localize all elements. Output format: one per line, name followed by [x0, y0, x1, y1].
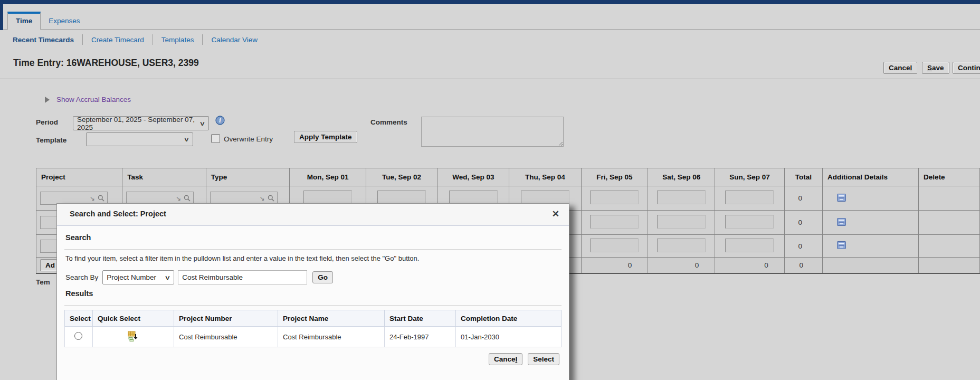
col-total: Total: [784, 168, 822, 186]
save-button[interactable]: Save: [922, 62, 949, 74]
col-project-number: Project Number: [174, 310, 278, 327]
hours-input[interactable]: [590, 215, 639, 229]
col-tue: Tue, Sep 02: [366, 168, 437, 186]
col-task: Task: [122, 168, 206, 186]
day-total: 0: [581, 258, 648, 273]
search-icon[interactable]: [184, 195, 191, 202]
time-entry-page: Time Expenses Recent Timecards Create Ti…: [0, 0, 980, 380]
day-total: 0: [648, 258, 715, 273]
col-additional-details: Additional Details: [822, 168, 918, 186]
hours-input[interactable]: [657, 215, 706, 229]
search-section-heading: Search: [65, 233, 91, 242]
search-instructions: To find your item, select a filter item …: [65, 254, 419, 262]
search-icon[interactable]: [268, 195, 274, 202]
go-button[interactable]: Go: [312, 271, 333, 283]
secondary-nav: Recent Timecards Create Timecard Templat…: [13, 34, 258, 45]
dialog-select-button[interactable]: Select: [528, 353, 559, 365]
top-navy-bar: [0, 0, 980, 4]
hours-input[interactable]: [521, 191, 569, 204]
hours-input[interactable]: [725, 215, 774, 229]
select-radio[interactable]: [74, 332, 82, 340]
template-text-fragment: Tem: [36, 278, 50, 286]
period-label: Period: [36, 118, 58, 126]
show-accrual-balances-link[interactable]: Show Accrual Balances: [56, 96, 131, 103]
nav-recent-timecards[interactable]: Recent Timecards: [13, 36, 74, 44]
hours-input[interactable]: [377, 191, 426, 204]
results-header-row: Select Quick Select Project Number Proje…: [65, 310, 562, 327]
hours-input[interactable]: [725, 191, 774, 204]
hours-input[interactable]: [725, 239, 774, 252]
expand-arrow-icon[interactable]: [45, 97, 50, 103]
result-project-name: Cost Reimbursable: [278, 327, 385, 347]
period-select[interactable]: September 01, 2025 - September 07, 2025 …: [73, 116, 209, 130]
footer-cell: [822, 258, 918, 273]
results-table: Select Quick Select Project Number Proje…: [64, 310, 562, 347]
tab-time[interactable]: Time: [7, 12, 41, 30]
lov-arrow-icon: ↘: [260, 195, 265, 202]
section-divider: [64, 305, 562, 306]
close-icon[interactable]: ✕: [552, 208, 559, 220]
overwrite-entry-label: Overwrite Entry: [224, 135, 273, 143]
continue-button[interactable]: Continue: [953, 62, 980, 74]
delete-cell: [919, 211, 980, 235]
delete-cell: [919, 186, 980, 211]
result-project-number: Cost Reimbursable: [174, 327, 278, 347]
period-select-value: September 01, 2025 - September 07, 2025: [77, 116, 197, 131]
lov-arrow-icon: ↘: [176, 195, 181, 202]
row-total: 0: [784, 235, 822, 258]
apply-template-button[interactable]: Apply Template: [294, 131, 357, 143]
additional-details-icon[interactable]: [837, 218, 846, 226]
show-accrual-balances-toggle[interactable]: Show Accrual Balances: [45, 96, 131, 103]
chevron-down-icon: ∨: [183, 136, 189, 143]
col-type: Type: [206, 168, 290, 186]
template-select[interactable]: ∨: [86, 132, 193, 146]
result-start-date: 24-Feb-1997: [385, 327, 456, 347]
col-project: Project: [36, 168, 122, 186]
results-section-heading: Results: [65, 289, 93, 298]
result-row: Cost Reimbursable Cost Reimbursable 24-F…: [65, 327, 562, 347]
dialog-action-buttons: Cancel Select: [489, 353, 559, 365]
search-controls-row: Search By Project Number ∨ Go: [65, 270, 333, 284]
nav-divider: [202, 34, 203, 45]
footer-cell: [919, 258, 980, 273]
period-info-icon[interactable]: i: [215, 116, 225, 127]
tab-expenses[interactable]: Expenses: [41, 13, 88, 29]
col-mon: Mon, Sep 01: [290, 168, 366, 186]
section-divider: [64, 249, 562, 250]
col-completion-date: Completion Date: [456, 310, 562, 327]
col-fri: Fri, Sep 05: [581, 168, 648, 186]
search-by-label: Search By: [65, 273, 98, 281]
lov-arrow-icon: ↘: [90, 195, 95, 202]
additional-details-icon[interactable]: [837, 241, 846, 249]
col-wed: Wed, Sep 03: [437, 168, 509, 186]
nav-divider: [153, 34, 153, 45]
quick-select-icon[interactable]: [128, 331, 139, 341]
comments-textarea[interactable]: [421, 117, 564, 147]
hours-input[interactable]: [590, 191, 639, 204]
primary-tab-bar: Time Expenses: [3, 4, 980, 30]
search-value-input[interactable]: [178, 270, 307, 284]
nav-templates[interactable]: Templates: [161, 36, 194, 44]
hours-input[interactable]: [590, 239, 639, 252]
dialog-cancel-button[interactable]: Cancel: [489, 353, 522, 365]
hours-input[interactable]: [303, 191, 352, 204]
col-quick-select: Quick Select: [93, 310, 174, 327]
search-by-select[interactable]: Project Number ∨: [102, 270, 174, 284]
cancel-button[interactable]: Cancel: [883, 62, 917, 74]
additional-details-icon[interactable]: [837, 194, 846, 202]
row-total: 0: [784, 211, 822, 235]
search-select-project-dialog: Search and Select: Project ✕ Search To f…: [56, 203, 569, 380]
hours-input[interactable]: [449, 191, 498, 204]
hours-input[interactable]: [657, 239, 706, 252]
nav-create-timecard[interactable]: Create Timecard: [91, 36, 144, 44]
dialog-title: Search and Select: Project: [70, 210, 166, 218]
dialog-header: Search and Select: Project ✕: [57, 204, 569, 226]
search-icon[interactable]: [98, 195, 104, 202]
nav-calendar-view[interactable]: Calendar View: [211, 36, 258, 44]
page-title: Time Entry: 16WAREHOUSE, USER3, 2399: [13, 58, 199, 69]
chevron-down-icon: ∨: [165, 274, 171, 281]
hours-input[interactable]: [657, 191, 706, 204]
col-thu: Thu, Sep 04: [509, 168, 581, 186]
overwrite-entry-checkbox[interactable]: [211, 134, 220, 143]
search-by-value: Project Number: [107, 273, 156, 281]
